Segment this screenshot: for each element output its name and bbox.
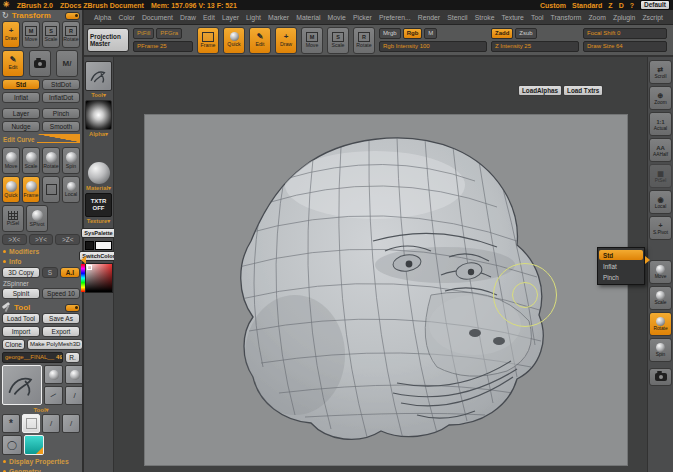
spin-speed-slider[interactable]: Speed 10: [42, 288, 80, 299]
ptsel-button[interactable]: PtSel: [2, 205, 24, 232]
popup-inflat-item[interactable]: Inflat: [599, 261, 643, 271]
menu-zoom[interactable]: Zoom: [588, 14, 605, 21]
axis-x-button[interactable]: >X<: [2, 234, 27, 245]
tool-slot-thumbnail[interactable]: /: [62, 414, 80, 433]
scale-mode-button[interactable]: SScale: [42, 21, 60, 48]
axis-y-button[interactable]: >Y<: [29, 234, 54, 245]
menu-render[interactable]: Render: [418, 14, 440, 21]
focal-shift-slider[interactable]: Focal Shift 0: [583, 28, 667, 39]
zadd-button[interactable]: Zadd: [491, 28, 513, 39]
draw-mode-button[interactable]: +Draw: [2, 21, 20, 48]
scroll-button[interactable]: ⇄Scroll: [649, 60, 672, 84]
snapshot-button[interactable]: [29, 50, 51, 77]
canvas-area[interactable]: LoadAlphas Load Txtrs Std Inflat Pinch: [114, 57, 647, 472]
modifiers-section[interactable]: Modifiers: [3, 248, 80, 255]
rotate-tray-button[interactable]: Rotate: [649, 312, 672, 336]
tool-toggle[interactable]: [65, 304, 80, 312]
tool-slot-thumbnail[interactable]: [44, 365, 63, 384]
rename-button[interactable]: R.: [65, 352, 80, 363]
tool-slot-thumbnail[interactable]: /: [42, 414, 60, 433]
copy-3d-button[interactable]: 3D Copy: [2, 267, 40, 278]
tool-slot-thumbnail[interactable]: *: [2, 414, 20, 433]
pfgra-button[interactable]: PFGra: [156, 28, 182, 39]
menu-document[interactable]: Document: [142, 14, 173, 21]
main-color-swatch[interactable]: [85, 241, 94, 250]
rgb-intensity-slider[interactable]: Rgb Intensity 100: [379, 41, 487, 52]
clone-button[interactable]: Clone: [2, 339, 25, 350]
popup-pinch-item[interactable]: Pinch: [599, 272, 643, 282]
ptfill-button[interactable]: PtFill: [133, 28, 154, 39]
menu-light[interactable]: Light: [246, 14, 261, 21]
z-intensity-slider[interactable]: Z Intensity 25: [491, 41, 579, 52]
gyro-move-button[interactable]: Move: [2, 147, 20, 174]
rgb-button[interactable]: Rgb: [403, 28, 423, 39]
shelf-quick-button[interactable]: Quick: [223, 27, 245, 54]
shelf-frame-button[interactable]: Frame: [197, 27, 219, 54]
ptsel-tray-button[interactable]: ▦PtSel: [649, 164, 672, 188]
tray-texture-label[interactable]: Texture▾: [87, 218, 110, 225]
save-as-button[interactable]: Save As: [42, 313, 80, 324]
menu-tool[interactable]: Tool: [531, 14, 543, 21]
zsub-button[interactable]: Zsub: [515, 28, 536, 39]
help-button[interactable]: ?: [630, 2, 634, 9]
current-tool-thumbnail[interactable]: [2, 365, 42, 405]
quick-button[interactable]: Quick: [2, 176, 20, 203]
tray-alpha-label[interactable]: Alpha▾: [89, 131, 108, 138]
brush-nudge-button[interactable]: Nudge: [2, 121, 40, 132]
menu-texture[interactable]: Texture: [502, 14, 524, 21]
tool-slot-thumbnail[interactable]: /: [44, 386, 63, 405]
import-button[interactable]: Import: [2, 326, 40, 337]
color-picker[interactable]: [85, 263, 113, 293]
menu-transform[interactable]: Transform: [551, 14, 582, 21]
left-tray-collapse-arrow[interactable]: [81, 256, 86, 264]
current-texture-thumbnail[interactable]: TXTR OFF: [85, 193, 112, 217]
spin-tray-button[interactable]: Spin: [649, 338, 672, 362]
mrgbzgrabber-button[interactable]: M/: [56, 50, 78, 77]
spivot-button[interactable]: SPivot: [26, 205, 48, 232]
tool-name-field[interactable]: george__FINAL__ 49: [2, 352, 63, 363]
axis-z-button[interactable]: >Z<: [55, 234, 80, 245]
menu-movie[interactable]: Movie: [328, 14, 346, 21]
popup-std-item[interactable]: Std: [599, 250, 643, 260]
tool-palette-header[interactable]: Tool: [2, 303, 80, 312]
gyro-scale-button[interactable]: Scale: [22, 147, 40, 174]
snapshot-tray-button[interactable]: [649, 368, 672, 386]
menu-stroke[interactable]: Stroke: [475, 14, 495, 21]
tool-flyout-label[interactable]: Tool▾: [2, 406, 80, 413]
syspalette-button[interactable]: SysPalette: [81, 228, 115, 238]
edit-mode-button[interactable]: ✎Edit: [2, 50, 24, 77]
tray-tool-label[interactable]: Tool▾: [91, 92, 106, 99]
z-button[interactable]: Z: [608, 2, 612, 9]
current-material-thumbnail[interactable]: [88, 162, 110, 184]
brush-pinch-button[interactable]: Pinch: [42, 108, 80, 119]
shelf-scale-button[interactable]: SScale: [327, 27, 349, 54]
local-tray-button[interactable]: ◉Local: [649, 190, 672, 214]
zbrush-document[interactable]: [144, 114, 628, 466]
transform-toggle[interactable]: [65, 12, 80, 20]
brush-stddot-button[interactable]: StdDot: [42, 79, 80, 90]
current-alpha-thumbnail[interactable]: [85, 100, 112, 130]
gyro-spin-button[interactable]: Spin: [62, 147, 80, 174]
scale-tray-button[interactable]: Scale: [649, 286, 672, 310]
geometry-section[interactable]: Geometry: [3, 468, 80, 472]
draw-size-slider[interactable]: Draw Size 64: [583, 41, 667, 52]
load-tool-button[interactable]: Load Tool: [2, 313, 40, 324]
menu-edit[interactable]: Edit: [203, 14, 215, 21]
gyro-rotate-button[interactable]: Rotate: [42, 147, 60, 174]
shelf-rotate-button[interactable]: RRotate: [353, 27, 375, 54]
actual-size-button[interactable]: 1:1Actual: [649, 112, 672, 136]
move-mode-button[interactable]: MMove: [22, 21, 40, 48]
pframe-slider[interactable]: PFrame 25: [133, 41, 193, 52]
tool-slot-thumbnail[interactable]: [65, 365, 84, 384]
right-tray-collapse-arrow[interactable]: [645, 256, 650, 264]
mrgb-button[interactable]: Mrgb: [379, 28, 401, 39]
bound-box-button[interactable]: [42, 176, 60, 203]
transform-palette-header[interactable]: ↻ Transform: [2, 11, 80, 20]
standard-ui-button[interactable]: Standard: [572, 2, 602, 9]
menu-picker[interactable]: Picker: [353, 14, 372, 21]
move-tray-button[interactable]: Move: [649, 260, 672, 284]
menu-zscript[interactable]: Zscript: [642, 14, 662, 21]
aahalf-button[interactable]: AAAAHalf: [649, 138, 672, 162]
default-zscript-button[interactable]: Default: [640, 0, 670, 10]
menu-preferences[interactable]: Preferen...: [379, 14, 411, 21]
